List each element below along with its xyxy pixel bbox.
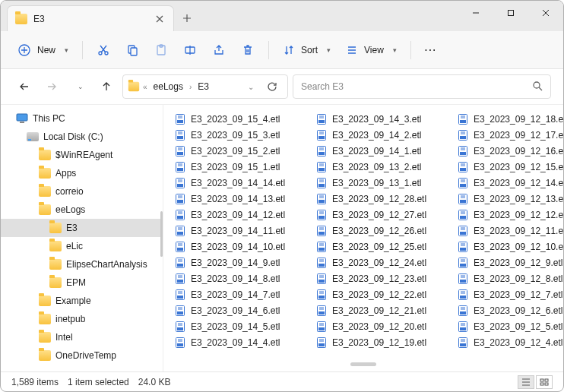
- more-button[interactable]: ···: [419, 37, 443, 63]
- details-view-button[interactable]: [518, 375, 534, 389]
- maximize-button[interactable]: [493, 1, 528, 25]
- new-button[interactable]: New ▾: [11, 37, 74, 63]
- large-icons-view-button[interactable]: [536, 375, 553, 389]
- tree-item[interactable]: $WinREAgent: [1, 146, 163, 164]
- file-item[interactable]: E3_2023_09_12_23.etl: [315, 270, 437, 286]
- file-item[interactable]: E3_2023_09_12_28.etl: [315, 191, 437, 207]
- view-button[interactable]: View ▾: [340, 37, 403, 63]
- file-item[interactable]: E3_2023_09_12_13.etl: [457, 191, 563, 207]
- svg-rect-102: [540, 379, 543, 381]
- file-item[interactable]: E3_2023_09_12_22.etl: [315, 286, 437, 302]
- file-item[interactable]: E3_2023_09_14_2.etl: [315, 127, 437, 143]
- tree-item[interactable]: Intel: [1, 328, 163, 346]
- breadcrumb-seg-e3[interactable]: E3: [195, 80, 212, 93]
- file-item[interactable]: E3_2023_09_12_25.etl: [315, 239, 437, 254]
- tab-close-button[interactable]: [154, 13, 166, 25]
- tree-item[interactable]: E3: [1, 219, 163, 237]
- file-item[interactable]: E3_2023_09_12_15.etl: [457, 159, 563, 175]
- tree-item[interactable]: eLic: [1, 237, 163, 255]
- tree-item[interactable]: eeLogs: [1, 201, 163, 219]
- navigation-pane[interactable]: This PCLocal Disk (C:)$WinREAgentAppscor…: [1, 105, 163, 371]
- file-item[interactable]: E3_2023_09_14_9.etl: [174, 254, 296, 270]
- file-item[interactable]: E3_2023_09_14_13.etl: [174, 191, 296, 207]
- file-name: E3_2023_09_12_6.etl: [474, 305, 562, 316]
- window-tab[interactable]: E3: [7, 5, 174, 31]
- file-item[interactable]: E3_2023_09_14_5.etl: [174, 318, 296, 334]
- tree-item[interactable]: This PC: [1, 109, 163, 128]
- breadcrumb-seg-eelogs[interactable]: eeLogs: [151, 80, 186, 93]
- file-item[interactable]: E3_2023_09_14_10.etl: [174, 239, 296, 254]
- new-tab-button[interactable]: [174, 5, 200, 31]
- tree-item-label: Local Disk (C:): [43, 131, 103, 142]
- rename-button[interactable]: [177, 37, 203, 63]
- file-item[interactable]: E3_2023_09_12_9.etl: [457, 254, 563, 270]
- file-item[interactable]: E3_2023_09_12_24.etl: [315, 254, 437, 270]
- tree-item[interactable]: inetpub: [1, 310, 163, 328]
- up-button[interactable]: [95, 75, 118, 98]
- file-item[interactable]: E3_2023_09_12_4.etl: [457, 334, 563, 350]
- file-item[interactable]: E3_2023_09_12_8.etl: [457, 270, 563, 286]
- file-item[interactable]: E3_2023_09_14_8.etl: [174, 270, 296, 286]
- horizontal-scrollbar[interactable]: [163, 362, 563, 370]
- sort-button[interactable]: Sort ▾: [277, 37, 337, 63]
- tree-item[interactable]: Local Disk (C:): [1, 128, 163, 146]
- chevron-down-icon[interactable]: ⌄: [243, 83, 258, 91]
- folder-icon: [39, 314, 51, 324]
- file-item[interactable]: E3_2023_09_12_16.etl: [457, 143, 563, 159]
- share-button[interactable]: [206, 37, 232, 63]
- refresh-button[interactable]: [261, 81, 283, 92]
- file-item[interactable]: E3_2023_09_14_12.etl: [174, 207, 296, 223]
- file-item[interactable]: E3_2023_09_14_1.etl: [315, 143, 437, 159]
- file-item[interactable]: E3_2023_09_12_11.etl: [457, 223, 563, 239]
- file-item[interactable]: E3_2023_09_13_1.etl: [315, 175, 437, 191]
- cut-button[interactable]: [90, 37, 116, 63]
- file-item[interactable]: E3_2023_09_12_21.etl: [315, 302, 437, 318]
- delete-button[interactable]: [235, 37, 261, 63]
- search-icon[interactable]: [532, 81, 543, 93]
- svg-rect-77: [460, 152, 466, 155]
- file-item[interactable]: E3_2023_09_14_7.etl: [174, 286, 296, 302]
- file-item[interactable]: E3_2023_09_14_6.etl: [174, 302, 296, 318]
- file-item[interactable]: E3_2023_09_15_1.etl: [174, 159, 296, 175]
- content-pane[interactable]: E3_2023_09_15_4.etlE3_2023_09_15_3.etlE3…: [163, 105, 563, 371]
- file-item[interactable]: E3_2023_09_12_7.etl: [457, 286, 563, 302]
- search-input[interactable]: [301, 81, 532, 92]
- file-item[interactable]: E3_2023_09_14_11.etl: [174, 223, 296, 239]
- recent-button[interactable]: ⌄: [68, 75, 90, 98]
- file-item[interactable]: E3_2023_09_12_5.etl: [457, 318, 563, 334]
- etl-file-icon: [315, 337, 328, 349]
- file-item[interactable]: E3_2023_09_12_10.etl: [457, 239, 563, 254]
- paste-button[interactable]: [148, 37, 174, 63]
- forward-button[interactable]: [40, 75, 63, 98]
- close-button[interactable]: [528, 1, 563, 25]
- etl-file-icon: [174, 337, 186, 349]
- file-item[interactable]: E3_2023_09_12_6.etl: [457, 302, 563, 318]
- tree-item[interactable]: Apps: [1, 164, 163, 182]
- search-box[interactable]: [293, 74, 551, 99]
- tree-item[interactable]: EPM: [1, 273, 163, 292]
- file-item[interactable]: E3_2023_09_14_14.etl: [174, 175, 296, 191]
- file-item[interactable]: E3_2023_09_15_4.etl: [174, 111, 296, 127]
- file-item[interactable]: E3_2023_09_12_19.etl: [315, 334, 437, 350]
- tree-item[interactable]: correio: [1, 182, 163, 201]
- file-item[interactable]: E3_2023_09_12_20.etl: [315, 318, 437, 334]
- file-item[interactable]: E3_2023_09_12_18.etl: [457, 111, 563, 127]
- copy-button[interactable]: [119, 37, 145, 63]
- file-item[interactable]: E3_2023_09_14_3.etl: [315, 111, 437, 127]
- tree-item[interactable]: ElipseChartAnalysis: [1, 255, 163, 273]
- breadcrumb[interactable]: « eeLogs › E3 ⌄: [122, 74, 288, 99]
- file-item[interactable]: E3_2023_09_13_2.etl: [315, 159, 437, 175]
- minimize-button[interactable]: [458, 1, 493, 25]
- file-item[interactable]: E3_2023_09_12_27.etl: [315, 207, 437, 223]
- file-item[interactable]: E3_2023_09_12_17.etl: [457, 127, 563, 143]
- file-item[interactable]: E3_2023_09_12_14.etl: [457, 175, 563, 191]
- tree-item[interactable]: Example: [1, 292, 163, 310]
- file-item[interactable]: E3_2023_09_15_2.etl: [174, 143, 296, 159]
- back-button[interactable]: [13, 75, 36, 98]
- file-item[interactable]: E3_2023_09_14_4.etl: [174, 334, 296, 350]
- file-item[interactable]: E3_2023_09_15_3.etl: [174, 127, 296, 143]
- file-item[interactable]: E3_2023_09_12_26.etl: [315, 223, 437, 239]
- file-item[interactable]: E3_2023_09_12_12.etl: [457, 207, 563, 223]
- tree-item[interactable]: OneDriveTemp: [1, 346, 163, 365]
- svg-rect-51: [318, 184, 325, 187]
